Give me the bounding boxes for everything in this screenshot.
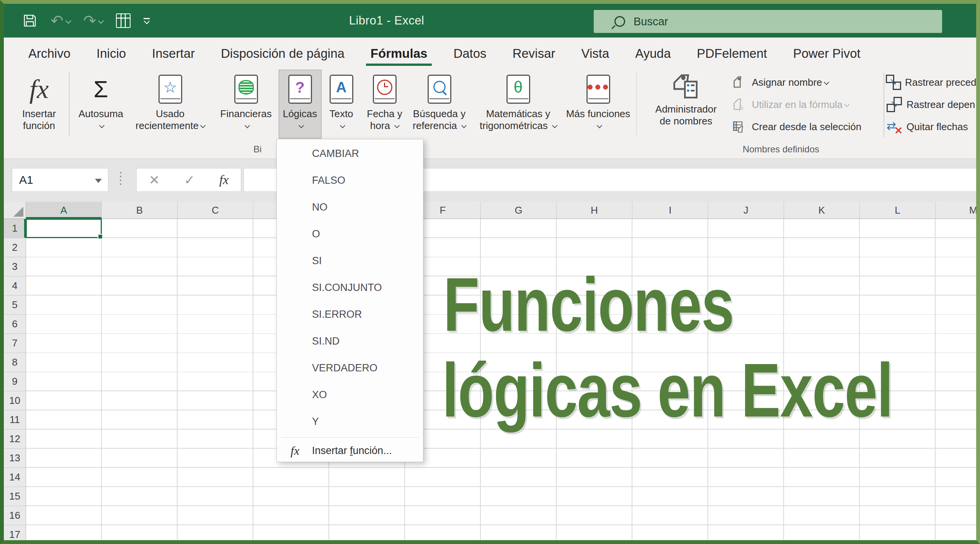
name-box[interactable]: A1 bbox=[12, 168, 108, 192]
row-header[interactable]: 15 bbox=[4, 487, 26, 506]
row-header[interactable]: 3 bbox=[4, 257, 26, 276]
ribbon-tab[interactable]: Ayuda bbox=[622, 41, 684, 67]
undo-icon[interactable]: ↶ bbox=[51, 13, 70, 28]
menu-item[interactable]: O bbox=[277, 221, 423, 247]
ribbon-tab[interactable]: Revisar bbox=[500, 41, 568, 67]
row-header[interactable]: 5 bbox=[4, 296, 26, 315]
use-in-formula-button[interactable]: fx Utilizar en la fórmula bbox=[731, 94, 849, 115]
row-header[interactable]: 4 bbox=[4, 276, 26, 296]
name-box-value: A1 bbox=[19, 173, 33, 186]
chevron-down-icon bbox=[244, 123, 250, 128]
row-header[interactable]: 12 bbox=[4, 430, 26, 449]
menu-item[interactable]: Y bbox=[277, 408, 423, 435]
menu-item[interactable]: SI.CONJUNTO bbox=[277, 274, 423, 301]
menu-item[interactable]: FALSO bbox=[277, 167, 423, 194]
ribbon-tab[interactable]: Fórmulas bbox=[358, 41, 441, 67]
column-header[interactable]: J bbox=[708, 202, 784, 219]
ribbon-tab[interactable]: Archivo bbox=[15, 41, 83, 67]
menu-item[interactable]: NO bbox=[277, 194, 423, 221]
insert-function-icon[interactable]: fx bbox=[219, 173, 229, 187]
menu-item[interactable]: SI.ERROR bbox=[277, 301, 423, 328]
menu-item[interactable]: VERDADERO bbox=[277, 354, 423, 381]
ribbon-tab[interactable]: Insertar bbox=[139, 41, 208, 67]
chevron-down-icon bbox=[298, 123, 304, 128]
select-all-corner[interactable] bbox=[4, 202, 26, 219]
chevron-down-icon bbox=[844, 102, 849, 107]
book-question-icon: ? bbox=[288, 75, 312, 104]
logical-button[interactable]: ? Lógicas bbox=[279, 70, 322, 139]
menu-item[interactable]: XO bbox=[277, 381, 423, 408]
save-icon[interactable] bbox=[22, 13, 38, 28]
ribbon-tab[interactable]: Datos bbox=[440, 41, 499, 67]
row-header[interactable]: 11 bbox=[4, 410, 26, 430]
row-header[interactable]: 2 bbox=[4, 238, 26, 257]
insert-function-button[interactable]: fx Insertar función bbox=[15, 70, 64, 139]
column-header[interactable]: K bbox=[784, 202, 860, 219]
menu-items: CAMBIARFALSONOOSISI.CONJUNTOSI.ERRORSI.N… bbox=[277, 140, 423, 435]
more-functions-button[interactable]: ●●● Más funciones bbox=[566, 70, 631, 139]
ribbon-tab[interactable]: Inicio bbox=[83, 41, 139, 67]
date-time-button[interactable]: Fecha y hora bbox=[361, 70, 408, 139]
define-name-button[interactable]: Asignar nombre bbox=[731, 72, 828, 93]
names-group-label: Nombres definidos bbox=[724, 144, 838, 155]
row-header[interactable]: 6 bbox=[4, 315, 26, 334]
text-button[interactable]: A Texto bbox=[322, 70, 361, 139]
row-header[interactable]: 10 bbox=[4, 391, 26, 410]
column-header[interactable]: M bbox=[936, 202, 976, 219]
grid-tag-icon bbox=[731, 119, 748, 134]
chevron-down-icon bbox=[99, 123, 105, 128]
customize-toolbar-icon[interactable] bbox=[144, 18, 150, 23]
ribbon-tab[interactable]: Disposición de página bbox=[208, 41, 358, 67]
cancel-icon[interactable]: ✕ bbox=[149, 172, 160, 188]
column-header[interactable]: A bbox=[26, 202, 102, 219]
remove-arrows-button[interactable]: ⇄✕ Quitar flechas bbox=[886, 116, 980, 137]
column-header[interactable]: L bbox=[860, 202, 936, 219]
chevron-down-icon bbox=[394, 123, 400, 128]
row-header[interactable]: 17 bbox=[4, 525, 26, 544]
row-header[interactable]: 8 bbox=[4, 353, 26, 372]
row-header[interactable]: 14 bbox=[4, 468, 26, 487]
selected-cell-a1[interactable] bbox=[26, 219, 102, 238]
row-header[interactable]: 1 bbox=[4, 219, 26, 238]
redo-icon[interactable]: ↷ bbox=[83, 13, 103, 28]
recently-used-button[interactable]: ☆ Usado recientemente bbox=[127, 70, 214, 139]
menu-item[interactable]: SI.ND bbox=[277, 328, 423, 354]
group-label-row: Bi Nombres definidos bbox=[4, 139, 976, 158]
table-borders-icon[interactable] bbox=[116, 13, 131, 28]
menu-item[interactable]: CAMBIAR bbox=[277, 140, 423, 167]
column-header[interactable]: C bbox=[178, 202, 253, 219]
row-header[interactable]: 16 bbox=[4, 506, 26, 525]
menu-item[interactable]: SI bbox=[277, 247, 423, 274]
column-header[interactable]: B bbox=[102, 202, 178, 219]
ribbon-tab-bar: ArchivoInicioInsertarDisposición de pági… bbox=[15, 41, 874, 67]
enter-icon[interactable]: ✓ bbox=[184, 172, 195, 188]
chevron-down-icon bbox=[823, 80, 829, 85]
insert-function-menu-item[interactable]: fx Insertar función... bbox=[277, 440, 423, 462]
autosum-button[interactable]: Σ Autosuma bbox=[75, 70, 127, 139]
row-header[interactable]: 13 bbox=[4, 449, 26, 468]
chevron-down-icon bbox=[552, 123, 557, 128]
book-search-icon bbox=[428, 75, 451, 104]
trace-precedents-button[interactable]: ↘ Rastrear precede bbox=[886, 72, 980, 93]
ribbon-tab[interactable]: PDFelement bbox=[684, 41, 780, 67]
column-header[interactable]: G bbox=[481, 202, 557, 219]
ribbon-tab[interactable]: Power Pivot bbox=[780, 41, 874, 67]
row-header[interactable]: 9 bbox=[4, 372, 26, 391]
column-header[interactable]: H bbox=[557, 202, 632, 219]
column-headers: ABCDEFGHIJKLM bbox=[26, 202, 976, 219]
undo-chevron-icon[interactable] bbox=[65, 18, 71, 24]
create-from-selection-button[interactable]: Crear desde la selección bbox=[731, 116, 861, 137]
math-trig-button[interactable]: θ Matemáticas y trigonométricas bbox=[471, 70, 566, 139]
financial-button[interactable]: Financieras bbox=[214, 70, 279, 139]
trace-dependents-button[interactable]: ↘ Rastrear depen bbox=[886, 94, 980, 115]
row-header[interactable]: 7 bbox=[4, 334, 26, 353]
window-title: Libro1 - Excel bbox=[322, 4, 452, 38]
name-box-dropdown-icon[interactable] bbox=[95, 179, 102, 183]
lookup-reference-button[interactable]: Búsqueda y referencia bbox=[408, 70, 471, 139]
chevron-down-icon bbox=[200, 123, 206, 128]
redo-chevron-icon[interactable] bbox=[98, 18, 104, 24]
search-input[interactable]: Buscar bbox=[594, 10, 942, 33]
column-header[interactable]: I bbox=[632, 202, 708, 219]
ribbon-tab[interactable]: Vista bbox=[568, 41, 622, 67]
name-manager-button[interactable]: Administrador de nombres bbox=[648, 70, 724, 139]
